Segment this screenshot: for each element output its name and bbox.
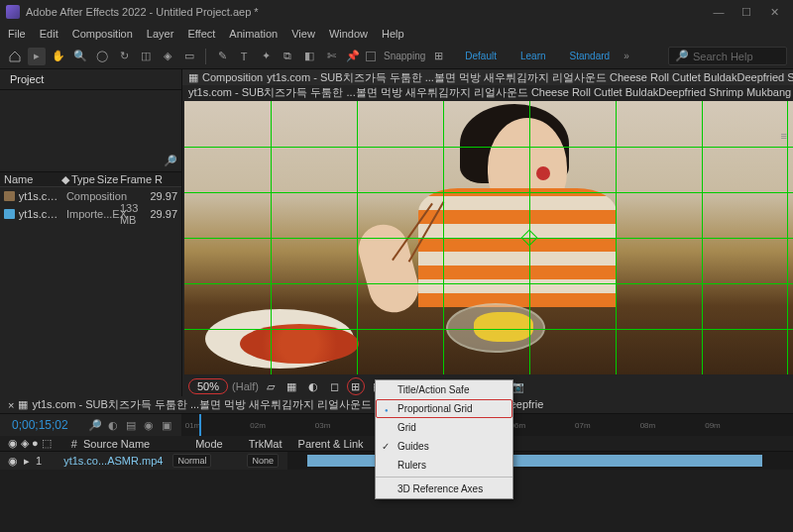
menu-help[interactable]: Help — [382, 28, 404, 40]
toolbar-separator — [205, 49, 206, 64]
layer-parent-dropdown[interactable]: None — [247, 454, 279, 468]
orbit-tool-icon[interactable]: ◯ — [93, 48, 111, 65]
menu-view[interactable]: View — [291, 28, 315, 40]
menu-animation[interactable]: Animation — [229, 28, 278, 40]
composition-breadcrumb[interactable]: yt1s.com - SUB치즈가득 두툼한 ...볼면 먹방 새우튀김까지 리… — [182, 85, 793, 99]
comp-tab-prefix: Composition — [202, 71, 263, 83]
menu-proportional-grid[interactable]: Proportional Grid — [376, 399, 512, 418]
workspace-learn[interactable]: Learn — [514, 49, 552, 63]
search-icon: 🔎 — [675, 50, 689, 62]
timeline-search-icon[interactable]: 🔎 — [88, 418, 102, 432]
grid-options-button[interactable]: ⊞ — [347, 377, 365, 395]
footage-icon — [48, 457, 57, 465]
maximize-button[interactable]: ☐ — [734, 4, 759, 20]
menu-3d-reference-axes[interactable]: 3D Reference Axes — [376, 479, 512, 498]
timeline-blur-icon[interactable]: ◉ — [142, 418, 156, 432]
transparency-icon[interactable]: ▦ — [283, 380, 300, 393]
project-panel-tab[interactable]: Project — [0, 69, 181, 90]
home-icon[interactable] — [6, 48, 24, 65]
menu-guides[interactable]: Guides — [376, 437, 512, 456]
resolution-display[interactable]: (Half) — [232, 380, 259, 392]
project-item-type: Composition — [66, 190, 116, 202]
snapping-icon[interactable]: ⊞ — [429, 48, 447, 65]
timeline-lock-icon[interactable]: ▦ — [18, 398, 28, 411]
menu-grid[interactable]: Grid — [376, 418, 512, 437]
minimize-button[interactable]: — — [706, 4, 732, 20]
project-item-name: yt1s.co..R.mp4 — [19, 208, 62, 220]
zoom-tool-icon[interactable]: 🔍 — [71, 48, 89, 65]
rotate-tool-icon[interactable]: ↻ — [115, 48, 133, 65]
col-type[interactable]: Type — [71, 173, 95, 185]
viewer-icon[interactable]: ▱ — [263, 380, 279, 393]
timeline-close-icon[interactable]: × — [8, 399, 14, 411]
project-columns: Name ◆ Type Size Frame R — [0, 171, 181, 187]
toolbar: ▸ ✋ 🔍 ◯ ↻ ◫ ◈ ▭ ✎ T ✦ ⧉ ◧ ✄ 📌 Snapping ⊞… — [0, 44, 793, 69]
col-mode[interactable]: Mode — [195, 438, 223, 450]
current-timecode[interactable]: 0;00;15;02 — [0, 418, 80, 432]
project-item-size: 133 MB — [120, 202, 147, 226]
menu-file[interactable]: File — [8, 28, 26, 40]
project-item[interactable]: yt1s.co..ASMR Composition 29.97 — [0, 187, 181, 205]
menu-edit[interactable]: Edit — [40, 28, 58, 40]
menu-title-action-safe[interactable]: Title/Action Safe — [376, 380, 512, 399]
col-source[interactable]: Source Name — [83, 438, 150, 450]
ruler-tick: 08m — [640, 421, 656, 430]
timeline-graph-icon[interactable]: ▤ — [124, 418, 138, 432]
workspace-more[interactable]: » — [623, 51, 629, 61]
project-item[interactable]: yt1s.co..R.mp4 Importe...EX 133 MB 29.97 — [0, 205, 181, 223]
col-trkmat[interactable]: TrkMat — [249, 438, 283, 450]
menu-composition[interactable]: Composition — [72, 28, 133, 40]
panel-menu-icon[interactable]: ≡ — [781, 130, 787, 142]
project-item-fr: 29.97 — [150, 190, 177, 202]
ruler-tick: 09m — [705, 421, 721, 430]
camera-tool-icon[interactable]: ◫ — [137, 48, 155, 65]
layer-twirl-icon[interactable]: ▸ — [24, 455, 30, 468]
comp-tab-name: yt1s.com - SUB치즈가득 두툼한 ...볼면 먹방 새우튀김까지 리… — [267, 70, 793, 85]
col-framerate[interactable]: Frame R — [120, 173, 163, 185]
col-size[interactable]: Size — [97, 173, 118, 185]
menu-effect[interactable]: Effect — [187, 28, 215, 40]
text-tool-icon[interactable]: T — [235, 48, 253, 65]
timeline-layer-icon[interactable]: ▣ — [160, 418, 173, 432]
workspace-standard[interactable]: Standard — [564, 49, 617, 63]
composition-viewer[interactable] — [184, 101, 793, 374]
project-item-fr: 29.97 — [150, 208, 177, 220]
composition-tab[interactable]: ▦ Composition yt1s.com - SUB치즈가득 두툼한 ...… — [182, 69, 793, 85]
menu-rulers[interactable]: Rulers — [376, 456, 512, 475]
timeline-shot-icon[interactable]: ◐ — [106, 418, 120, 432]
shape-tool-icon[interactable]: ▭ — [180, 48, 198, 65]
layer-mode-dropdown[interactable]: Normal — [172, 454, 211, 468]
ruler-tick: 02m — [250, 421, 266, 430]
menu-layer[interactable]: Layer — [147, 28, 174, 40]
menu-window[interactable]: Window — [329, 28, 368, 40]
layout-icon: ▦ — [188, 71, 198, 84]
puppet-tool-icon[interactable]: 📌 — [344, 48, 362, 65]
clone-tool-icon[interactable]: ⧉ — [279, 48, 296, 65]
app-logo — [6, 5, 20, 19]
project-search-icon[interactable]: 🔎 — [164, 154, 177, 167]
mask-icon[interactable]: ◐ — [304, 380, 322, 393]
anchor-tool-icon[interactable]: ◈ — [159, 48, 176, 65]
hand-tool-icon[interactable]: ✋ — [50, 48, 67, 65]
brush-tool-icon[interactable]: ✦ — [257, 48, 275, 65]
footage-icon — [4, 209, 15, 219]
zoom-level[interactable]: 50% — [188, 378, 228, 394]
selection-tool-icon[interactable]: ▸ — [28, 48, 46, 65]
region-icon[interactable]: ◻ — [326, 380, 343, 393]
timeline-track[interactable] — [287, 452, 793, 470]
roto-tool-icon[interactable]: ✄ — [322, 48, 340, 65]
pen-tool-icon[interactable]: ✎ — [213, 48, 231, 65]
search-placeholder: Search Help — [693, 51, 753, 62]
snapping-checkbox[interactable] — [366, 52, 376, 61]
close-button[interactable]: ✕ — [761, 4, 787, 20]
search-help[interactable]: 🔎 Search Help — [668, 47, 787, 65]
eraser-tool-icon[interactable]: ◧ — [300, 48, 318, 65]
layer-visibility-icon[interactable]: ◉ — [8, 455, 18, 468]
col-name[interactable]: Name — [4, 173, 59, 185]
playhead[interactable] — [199, 414, 201, 436]
col-parent[interactable]: Parent & Link — [298, 438, 364, 450]
workspace-default[interactable]: Default — [459, 49, 503, 63]
layer-number: 1 — [36, 455, 42, 467]
ruler-tick: 03m — [315, 421, 331, 430]
preview-content — [184, 101, 793, 374]
